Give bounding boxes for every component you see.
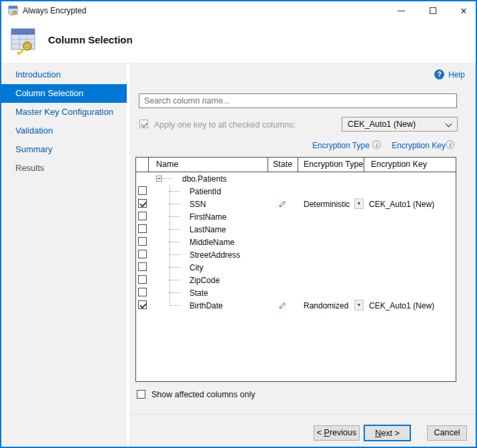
- encryption-type-info-icon[interactable]: i: [372, 140, 381, 149]
- tree-branch-line: [169, 191, 180, 192]
- table-row-patientid[interactable]: PatientId: [136, 185, 456, 198]
- header-divider: [298, 158, 298, 172]
- edit-pencil-icon: [278, 300, 287, 310]
- sidebar-item-master-key-configuration[interactable]: Master Key Configuration: [1, 103, 127, 122]
- show-affected-columns-label: Show affected columns only: [151, 390, 255, 399]
- encryption-type-dropdown-button[interactable]: ▾: [354, 198, 364, 209]
- row-checkbox-streetaddress[interactable]: [138, 250, 147, 258]
- encryption-type-dropdown-button[interactable]: ▾: [354, 300, 364, 310]
- encryption-key-value[interactable]: CEK_Auto1 (New): [369, 200, 434, 209]
- tree-branch-line: [169, 216, 180, 217]
- column-name: MiddleName: [189, 238, 234, 247]
- table-row-zipcode[interactable]: ZipCode: [136, 274, 456, 286]
- table-row-birthdate[interactable]: BirthDateRandomized▾CEK_Auto1 (New): [136, 299, 456, 312]
- previous-button[interactable]: < Previous: [314, 425, 360, 441]
- table-header-row: Name State Encryption Type Encryption Ke…: [136, 158, 456, 172]
- window-title: Always Encrypted: [23, 6, 86, 15]
- sidebar-item-column-selection[interactable]: Column Selection: [1, 84, 127, 103]
- column-header-name: Name: [156, 160, 178, 169]
- column-name: LastName: [189, 225, 226, 234]
- column-name: FirstName: [189, 212, 226, 222]
- state-cell: [268, 199, 298, 208]
- header-divider: [364, 158, 364, 172]
- table-row-firstname[interactable]: FirstName: [136, 210, 456, 223]
- encryption-type-link[interactable]: Encryption Type: [312, 141, 370, 150]
- encryption-key-info-icon[interactable]: i: [446, 140, 454, 149]
- title-bar: Always Encrypted ✕: [1, 1, 476, 20]
- encryption-type-value[interactable]: Deterministic: [304, 200, 350, 209]
- table-row-state[interactable]: State: [136, 286, 456, 299]
- column-selection-table-key-icon: [9, 27, 37, 56]
- row-checkbox-firstname[interactable]: [138, 212, 147, 220]
- edit-pencil-icon: [278, 199, 287, 208]
- row-checkbox-lastname[interactable]: [138, 224, 147, 233]
- page-title: Column Selection: [48, 34, 133, 45]
- column-header-state: State: [268, 160, 298, 169]
- sidebar-item-results: Results: [1, 159, 127, 178]
- always-encrypted-wizard-window: Always Encrypted ✕ Column Selection Intr…: [0, 0, 477, 448]
- state-cell: [268, 300, 298, 310]
- help-link[interactable]: ? Help: [434, 69, 465, 79]
- sidebar-item-summary[interactable]: Summary: [1, 140, 127, 159]
- table-row-city[interactable]: City: [136, 261, 456, 274]
- table-row-lastname[interactable]: LastName: [136, 223, 456, 236]
- column-name: BirthDate: [189, 301, 223, 310]
- encryption-key-link[interactable]: Encryption Key: [392, 141, 446, 150]
- table-row-ssn[interactable]: SSNDeterministic▾CEK_Auto1 (New): [136, 198, 456, 210]
- table-body: dbo.PatientsPatientIdSSNDeterministic▾CE…: [136, 172, 456, 312]
- table-row-streetaddress[interactable]: StreetAddress: [136, 248, 456, 261]
- apply-one-key-label: Apply one key to all checked columns:: [154, 120, 296, 130]
- column-name: PatientId: [189, 187, 221, 196]
- wizard-header: Column Selection: [1, 20, 476, 63]
- chevron-down-icon: [446, 121, 452, 128]
- show-affected-columns-checkbox[interactable]: [137, 390, 145, 399]
- columns-table: Name State Encryption Type Encryption Ke…: [135, 157, 456, 382]
- cek-dropdown-value: CEK_Auto1 (New): [348, 120, 416, 129]
- cek-dropdown[interactable]: CEK_Auto1 (New): [342, 117, 458, 132]
- row-checkbox-city[interactable]: [138, 262, 147, 271]
- row-checkbox-patientid[interactable]: [138, 186, 147, 195]
- row-checkbox-middlename[interactable]: [138, 237, 147, 246]
- group-label: dbo.Patients: [182, 174, 227, 184]
- sidebar-item-validation[interactable]: Validation: [1, 122, 127, 140]
- row-checkbox-birthdate[interactable]: [138, 300, 147, 309]
- close-button[interactable]: ✕: [452, 1, 475, 20]
- help-icon: ?: [434, 69, 444, 79]
- encryption-type-value[interactable]: Randomized: [304, 301, 348, 310]
- tree-branch-line: [169, 267, 180, 268]
- cancel-button[interactable]: Cancel: [427, 425, 467, 441]
- column-name: City: [189, 263, 203, 272]
- table-group-row: dbo.Patients: [136, 172, 456, 185]
- apply-one-key-checkbox: [139, 120, 148, 128]
- column-header-encryption-key: Encryption Key: [371, 160, 427, 169]
- maximize-button[interactable]: [422, 1, 444, 20]
- help-label: Help: [448, 70, 465, 79]
- tree-branch-line: [163, 178, 171, 179]
- row-checkbox-ssn[interactable]: [138, 199, 147, 208]
- column-name: State: [189, 288, 208, 298]
- column-header-encryption-type: Encryption Type: [304, 160, 363, 169]
- tree-branch-line: [169, 242, 180, 242]
- tree-branch-line: [169, 292, 180, 293]
- table-row-middlename[interactable]: MiddleName: [136, 236, 456, 248]
- search-column-input[interactable]: [139, 93, 457, 108]
- column-name: StreetAddress: [189, 250, 240, 260]
- minimize-icon: [398, 11, 405, 11]
- header-divider: [148, 158, 149, 172]
- tree-branch-line: [169, 229, 180, 230]
- sidebar-item-introduction[interactable]: Introduction: [1, 65, 127, 84]
- footer-divider: [129, 414, 476, 415]
- tree-branch-line: [169, 254, 180, 255]
- column-name: ZipCode: [189, 276, 219, 285]
- tree-collapse-icon[interactable]: [156, 176, 162, 182]
- close-icon: ✕: [460, 7, 468, 15]
- row-checkbox-state[interactable]: [138, 288, 147, 296]
- minimize-button[interactable]: [390, 1, 412, 20]
- maximize-icon: [430, 7, 436, 14]
- app-table-key-icon: [8, 5, 19, 16]
- next-button[interactable]: Next >: [364, 425, 411, 441]
- row-checkbox-zipcode[interactable]: [138, 275, 147, 284]
- column-name: SSN: [189, 200, 206, 209]
- tree-branch-line: [169, 305, 180, 306]
- encryption-key-value[interactable]: CEK_Auto1 (New): [369, 301, 434, 310]
